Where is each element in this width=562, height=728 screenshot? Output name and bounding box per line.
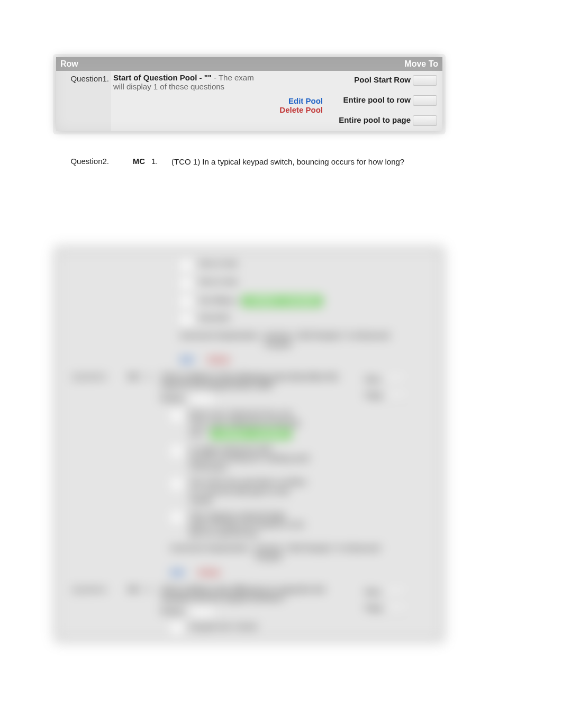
q3-points-label: Points: xyxy=(161,394,186,403)
pool-title: Start of Question Pool - "" xyxy=(113,73,212,82)
question-row-1: Question1. Start of Question Pool - "" -… xyxy=(56,71,442,131)
q4-text-l1: (TCO 1) What is the difference in using … xyxy=(161,585,325,594)
q3-index: 2. xyxy=(140,372,161,585)
q4-points-input[interactable] xyxy=(190,606,214,617)
q3-option-d[interactable]: This requires external logicgates (74138… xyxy=(170,511,436,539)
q2-option-c[interactable]: Ten fifteen CORRECT ANSWER xyxy=(180,295,436,308)
row1-description: Start of Question Pool - "" - The exam w… xyxy=(111,71,266,131)
checkbox-icon[interactable] xyxy=(180,295,193,308)
checkbox-icon[interactable] xyxy=(170,478,183,490)
instructor-expl-line2: Keypad xyxy=(265,340,389,348)
checkbox-icon[interactable] xyxy=(170,622,183,635)
q3-row-input[interactable] xyxy=(383,375,407,385)
move-entire-pool-page-input[interactable] xyxy=(413,115,437,126)
q2-index: 1. xyxy=(145,153,168,167)
checkbox-icon[interactable] xyxy=(170,410,183,422)
move-pool-start-row[interactable]: Pool Start Row xyxy=(354,75,411,84)
q3-side-row[interactable]: Row xyxy=(365,375,381,384)
q4-option-a[interactable]: Keypad 4x4 / Serial xyxy=(170,622,436,635)
instructor-expl-label: Instructor Explanation: xyxy=(180,331,265,348)
row1-number: Question1. xyxy=(56,71,111,131)
q4-points-label: Points: xyxy=(161,607,186,615)
questions-blurred-panel: One or two One or two Ten fifteen CORREC… xyxy=(56,249,442,640)
instructor-expl-line1: Section "LED Display" in Advanced xyxy=(265,331,389,340)
q3-text-l1: (TCO 1) Which of the following most desc… xyxy=(161,372,338,381)
q3-page-input[interactable] xyxy=(385,390,409,401)
question-pool-panel: Row Move To Question1. Start of Question… xyxy=(56,57,442,131)
q3-option-c[interactable]: The entire key pad data is writtenin C a… xyxy=(170,478,436,506)
move-pool-start-row-input[interactable] xyxy=(413,75,437,86)
header-row-label: Row xyxy=(60,57,78,71)
q4-number: Question4. xyxy=(56,585,111,640)
q3-type: MC xyxy=(111,372,140,585)
panel-header: Row Move To xyxy=(56,57,442,71)
checkbox-icon[interactable] xyxy=(180,313,193,326)
q4-side-page[interactable]: Page xyxy=(365,604,383,612)
q4-text-l2: standard and the keypad interface? xyxy=(161,594,286,602)
delete-pool-link[interactable]: Delete Pool xyxy=(266,105,323,114)
q4-type: MC xyxy=(111,585,140,640)
q3-option-b[interactable]: A single statement withpriority encoding… xyxy=(170,445,436,473)
checkbox-icon[interactable] xyxy=(170,445,183,458)
q2-edit-link[interactable]: Edit xyxy=(180,356,194,364)
q3-option-a[interactable]: Each case statement has onemore case sta… xyxy=(170,410,436,440)
question-row-2: Question2. MC 1. (TCO 1) In a typical ke… xyxy=(56,153,442,167)
q3-side-page[interactable]: Page xyxy=(365,391,383,399)
move-entire-pool-row-input[interactable] xyxy=(413,95,437,106)
q4-side-row[interactable]: Row xyxy=(365,588,381,596)
q3-instructor-expl-label: Instructor Explanation: xyxy=(170,544,255,561)
checkbox-icon[interactable] xyxy=(180,277,193,290)
q4-index: 3. xyxy=(140,585,161,640)
q2-number: Question2. xyxy=(56,153,111,167)
q4-row-input[interactable] xyxy=(383,587,407,598)
q2-delete-link[interactable]: Delete xyxy=(207,356,230,364)
header-move-label: Move To xyxy=(404,57,438,71)
row1-actions: Edit Pool Delete Pool xyxy=(266,71,323,131)
move-entire-pool-page[interactable]: Entire pool to page xyxy=(339,115,411,124)
q3-number: Question3. xyxy=(56,372,111,585)
correct-pill: CORRECT ANSWER xyxy=(241,295,323,307)
q2-option-a[interactable]: One or two xyxy=(180,259,436,272)
move-entire-pool-row[interactable]: Entire pool to row xyxy=(343,95,411,104)
edit-pool-link[interactable]: Edit Pool xyxy=(266,96,323,105)
row1-move-options: Pool Start Row Entire pool to row Entire… xyxy=(323,71,442,131)
q2-text: (TCO 1) In a typical keypad switch, boun… xyxy=(168,153,442,167)
checkbox-icon[interactable] xyxy=(170,511,183,524)
q2-option-b[interactable]: One or two xyxy=(180,277,436,290)
q3-text-l2: code for the keypad decal read? xyxy=(161,381,274,389)
q2-option-d[interactable]: Seconds xyxy=(180,313,436,326)
correct-pill: CORRECT ANSWER xyxy=(210,428,292,440)
q2-type: MC xyxy=(111,153,145,167)
q3-delete-link[interactable]: Delete xyxy=(198,568,220,577)
q3-points-input[interactable] xyxy=(190,394,214,404)
checkbox-icon[interactable] xyxy=(180,259,193,272)
q4-page-input[interactable] xyxy=(385,603,409,614)
q3-edit-link[interactable]: Edit xyxy=(170,568,184,577)
